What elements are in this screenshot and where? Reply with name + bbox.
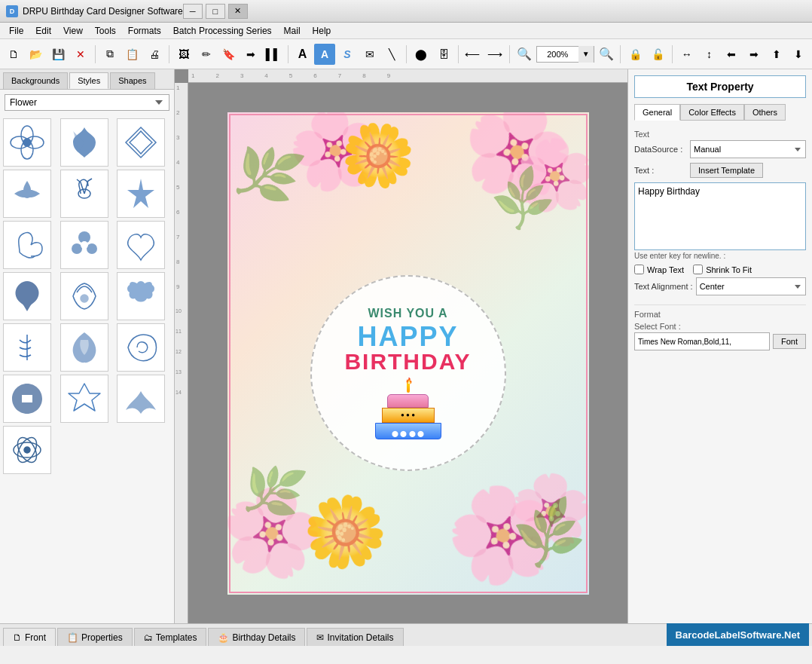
svg-point-15 bbox=[24, 447, 30, 453]
tab-shapes[interactable]: Shapes bbox=[110, 72, 154, 89]
tab-front[interactable]: 🗋 Front bbox=[3, 628, 56, 646]
text-row: Text : Insert Template bbox=[634, 163, 806, 178]
menu-item-mail[interactable]: Mail bbox=[278, 24, 307, 38]
toolbar-sep-7 bbox=[620, 45, 621, 63]
db-button[interactable]: 🗄 bbox=[433, 44, 454, 65]
close-button[interactable]: ✕ bbox=[228, 4, 248, 19]
text-alignment-label: Text Alignment : bbox=[634, 282, 693, 291]
bottom-tabs: 🗋 Front 📋 Properties 🗂 Templates 🎂 Birth… bbox=[0, 623, 812, 646]
menu-item-tools[interactable]: Tools bbox=[89, 24, 122, 38]
copy-button[interactable]: ⧉ bbox=[99, 44, 121, 65]
menu-item-view[interactable]: View bbox=[57, 24, 89, 38]
card-canvas[interactable]: 🌸 🌸 🌸 🌸 🌸 🌸 🌿 🌿 🌿 🌿 🌼 🌼 bbox=[227, 112, 589, 595]
shape-item[interactable] bbox=[60, 118, 108, 167]
toolbar-sep-3 bbox=[288, 45, 288, 63]
zoom-plus-btn[interactable]: 🔍 bbox=[596, 44, 617, 65]
wrap-text-checkbox[interactable] bbox=[634, 265, 644, 274]
brand-bar: BarcodeLabelSoftware.Net bbox=[667, 623, 809, 646]
save-button[interactable]: 💾 bbox=[47, 44, 69, 65]
insert-template-button[interactable]: Insert Template bbox=[690, 163, 763, 178]
shape-item[interactable] bbox=[117, 323, 165, 372]
shape-item[interactable] bbox=[60, 170, 108, 218]
tab-birthday-label: Birthday Details bbox=[232, 632, 295, 643]
tab-properties-label: Properties bbox=[81, 632, 123, 643]
front-tab-icon: 🗋 bbox=[13, 632, 22, 643]
toolbar-sep-4 bbox=[406, 45, 407, 63]
category-select[interactable]: Flower Nature Abstract Hearts bbox=[5, 94, 169, 111]
print-button[interactable]: 🖨 bbox=[144, 44, 165, 65]
unlock-button[interactable]: 🔓 bbox=[647, 44, 668, 65]
tab-properties[interactable]: 📋 Properties bbox=[57, 628, 133, 646]
menu-item-file[interactable]: File bbox=[3, 24, 29, 38]
birthday-tab-icon: 🎂 bbox=[218, 632, 229, 643]
line-button[interactable]: ╲ bbox=[381, 44, 402, 65]
menu-item-formats[interactable]: Formats bbox=[122, 24, 167, 38]
shape-item[interactable] bbox=[117, 272, 165, 320]
wordart-button[interactable]: S bbox=[337, 44, 358, 65]
pencil-button[interactable]: ✏ bbox=[196, 44, 217, 65]
shapes-grid bbox=[0, 115, 174, 623]
text-content-area[interactable]: Happy Birthday bbox=[634, 182, 806, 250]
minimize-button[interactable]: ─ bbox=[183, 4, 203, 19]
tab-templates[interactable]: 🗂 Templates bbox=[134, 628, 207, 646]
tab-color-effects[interactable]: Color Effects bbox=[680, 104, 744, 121]
toolbar-sep-8 bbox=[672, 45, 673, 63]
zoom-input[interactable]: 200% bbox=[537, 50, 578, 59]
wrap-text-row: Wrap Text Shrink To Fit bbox=[634, 265, 806, 274]
prev-button[interactable]: ⟵ bbox=[462, 44, 484, 65]
shape-item[interactable] bbox=[3, 221, 51, 269]
shrink-fit-checkbox[interactable] bbox=[693, 265, 703, 274]
align-bottom-button[interactable]: ⬇ bbox=[788, 44, 809, 65]
shape-item[interactable] bbox=[3, 170, 51, 218]
next-button[interactable]: ⟶ bbox=[484, 44, 505, 65]
menu-item-batch-processing-series[interactable]: Batch Processing Series bbox=[167, 24, 278, 38]
datasource-select[interactable]: Manual CSV Database Excel bbox=[690, 140, 806, 158]
menu-item-edit[interactable]: Edit bbox=[29, 24, 57, 38]
text-alignment-select[interactable]: Left Center Right Justify bbox=[696, 277, 806, 295]
paste-button[interactable]: 📋 bbox=[122, 44, 143, 65]
zoom-out-btn[interactable]: 🔍 bbox=[514, 44, 535, 65]
shape-item[interactable] bbox=[117, 375, 165, 423]
shape-item[interactable] bbox=[117, 118, 165, 167]
textbox-button[interactable]: A bbox=[314, 44, 335, 65]
align-right-button[interactable]: ➡ bbox=[743, 44, 765, 65]
lock-button[interactable]: 🔒 bbox=[624, 44, 646, 65]
flip-v-button[interactable]: ↕ bbox=[699, 44, 720, 65]
shape-item[interactable] bbox=[117, 221, 165, 269]
new-button[interactable]: 🗋 bbox=[3, 44, 24, 65]
menu-item-help[interactable]: Help bbox=[307, 24, 337, 38]
align-top-button[interactable]: ⬆ bbox=[766, 44, 787, 65]
shape-item[interactable] bbox=[3, 323, 51, 372]
email-button[interactable]: ✉ bbox=[359, 44, 380, 65]
barcode-button[interactable]: ▌▌ bbox=[263, 44, 284, 65]
tab-styles[interactable]: Styles bbox=[69, 72, 108, 89]
flip-h-button[interactable]: ↔ bbox=[676, 44, 698, 65]
shape-item[interactable] bbox=[60, 221, 108, 269]
tab-birthday-details[interactable]: 🎂 Birthday Details bbox=[208, 628, 305, 646]
shape-item[interactable] bbox=[3, 426, 51, 474]
open-button[interactable]: 📂 bbox=[26, 44, 47, 65]
delete-button[interactable]: ✕ bbox=[70, 44, 91, 65]
shape-item[interactable] bbox=[60, 323, 108, 372]
font-input[interactable]: Times New Roman,Bold,11, bbox=[634, 332, 770, 350]
tab-general[interactable]: General bbox=[634, 104, 680, 121]
maximize-button[interactable]: □ bbox=[206, 4, 225, 19]
text-button[interactable]: A bbox=[292, 44, 313, 65]
cylinder-button[interactable]: ⬤ bbox=[411, 44, 432, 65]
font-button[interactable]: Font bbox=[773, 334, 806, 349]
arrow-button[interactable]: ➡ bbox=[240, 44, 261, 65]
stamp-button[interactable]: 🔖 bbox=[218, 44, 239, 65]
image-button[interactable]: 🖼 bbox=[173, 44, 194, 65]
zoom-dropdown-btn[interactable]: ▼ bbox=[578, 46, 594, 63]
shape-item[interactable] bbox=[3, 272, 51, 320]
shape-item[interactable] bbox=[60, 272, 108, 320]
tab-others[interactable]: Others bbox=[744, 104, 786, 121]
shape-item[interactable] bbox=[3, 118, 51, 167]
align-left-button[interactable]: ⬅ bbox=[721, 44, 742, 65]
center-circle[interactable]: WISH YOU A HAPPY BIRTHDAY 🔥 ● ● ● bbox=[310, 275, 506, 471]
tab-invitation-details[interactable]: ✉ Invitation Details bbox=[307, 628, 403, 646]
shape-item[interactable] bbox=[3, 375, 51, 423]
shape-item[interactable] bbox=[60, 375, 108, 423]
tab-backgrounds[interactable]: Backgrounds bbox=[3, 72, 68, 89]
shape-item[interactable] bbox=[117, 170, 165, 218]
